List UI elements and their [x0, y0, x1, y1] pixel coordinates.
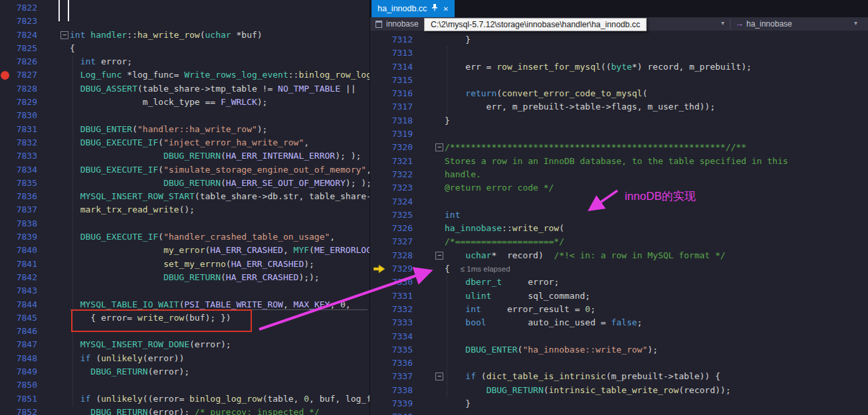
gutter-indicator-margin[interactable]	[0, 15, 12, 28]
code-text[interactable]: {	[70, 42, 75, 55]
code-line[interactable]: 7339 }	[370, 397, 868, 410]
scope-dropdown[interactable]: innobase	[386, 19, 419, 29]
code-line[interactable]: 7850	[0, 378, 370, 392]
gutter-indicator-margin[interactable]	[370, 60, 387, 74]
code-line[interactable]: 7833 DBUG_RETURN(HA_ERR_INTERNAL_ERROR);…	[0, 149, 370, 163]
code-text[interactable]: int handler::ha_write_row(uchar *buf)	[70, 29, 263, 42]
gutter-indicator-margin[interactable]	[0, 96, 12, 109]
gutter-indicator-margin[interactable]	[0, 352, 12, 365]
code-text[interactable]: DBUG_ENTER("handler::ha_write_row");	[70, 123, 267, 136]
code-text[interactable]: my_error(HA_ERR_CRASHED, MYF(ME_ERRORLOG…	[70, 244, 370, 257]
code-line[interactable]: 7325int	[370, 208, 868, 222]
code-line[interactable]: 7852 DBUG_RETURN(error); /* purecov: ins…	[0, 406, 370, 415]
code-text[interactable]: if (dict_table_is_intrinsic(m_prebuilt->…	[445, 370, 720, 383]
code-text[interactable]: Stores a row in an InnoDB database, to t…	[445, 155, 788, 168]
gutter-indicator-margin[interactable]	[0, 123, 12, 136]
code-line[interactable]: 7327/*===================*/	[370, 235, 868, 248]
gutter-indicator-margin[interactable]	[0, 163, 12, 177]
code-line[interactable]: 7316 return(convert_error_code_to_mysql(	[370, 87, 868, 100]
code-text[interactable]: m_lock_type == F_WRLCK);	[70, 96, 267, 109]
gutter-indicator-margin[interactable]	[370, 141, 387, 154]
gutter-indicator-margin[interactable]	[0, 203, 12, 216]
gutter-indicator-margin[interactable]	[370, 330, 387, 343]
code-line[interactable]: 7824−int handler::ha_write_row(uchar *bu…	[0, 29, 370, 42]
code-text[interactable]: }	[445, 397, 471, 410]
code-line[interactable]: 7337− if (dict_table_is_intrinsic(m_preb…	[370, 370, 868, 383]
code-text[interactable]: mark_trx_read_write();	[70, 203, 195, 216]
code-line[interactable]: 7319	[370, 127, 868, 141]
code-line[interactable]: 7839 DBUG_EXECUTE_IF("handler_crashed_ta…	[0, 230, 370, 244]
code-text[interactable]: MYSQL_INSERT_ROW_START(table_share->db.s…	[70, 190, 370, 203]
code-text[interactable]: DBUG_EXECUTE_IF("inject_error_ha_write_r…	[70, 136, 309, 149]
pin-icon[interactable]	[431, 4, 438, 13]
code-line[interactable]: 7840 my_error(HA_ERR_CRASHED, MYF(ME_ERR…	[0, 244, 370, 257]
code-line[interactable]: 7830	[0, 109, 370, 122]
code-line[interactable]: 7320−/**********************************…	[370, 141, 868, 154]
code-text[interactable]: bool auto_inc_used = false;	[445, 316, 642, 329]
close-icon[interactable]: ✕	[443, 5, 448, 13]
code-line[interactable]: 7834 DBUG_EXECUTE_IF("simulate_storage_e…	[0, 163, 370, 177]
code-line[interactable]: 7827 Log_func *log_func= Write_rows_log_…	[0, 68, 370, 82]
code-text[interactable]: /*===================*/	[445, 235, 564, 248]
gutter-indicator-margin[interactable]	[370, 357, 387, 370]
gutter-indicator-margin[interactable]	[0, 258, 12, 271]
right-code-area[interactable]: 7312 }73137314 err = row_insert_for_mysq…	[370, 31, 868, 415]
code-text[interactable]: set_my_errno(HA_ERR_CRASHED);	[70, 258, 314, 271]
code-text[interactable]: int	[445, 208, 460, 222]
code-line[interactable]: 7334	[370, 330, 868, 343]
gutter-indicator-margin[interactable]	[0, 29, 12, 42]
code-text[interactable]: /***************************************…	[445, 141, 746, 154]
code-text[interactable]: DBUG_RETURN(error);	[70, 365, 189, 378]
gutter-indicator-margin[interactable]	[370, 114, 387, 127]
code-line[interactable]: 7312 }	[370, 33, 868, 46]
fold-marker[interactable]: −	[435, 252, 443, 260]
gutter-indicator-margin[interactable]	[370, 290, 387, 303]
gutter-indicator-margin[interactable]	[370, 343, 387, 357]
gutter-indicator-margin[interactable]	[0, 1, 12, 15]
gutter-indicator-margin[interactable]	[370, 384, 387, 397]
code-line[interactable]: 7828 DBUG_ASSERT(table_share->tmp_table …	[0, 82, 370, 96]
code-text[interactable]: {≤ 1ms elapsed	[445, 262, 510, 276]
code-line[interactable]: 7328− uchar* record) /*!< in: a row in M…	[370, 249, 868, 262]
code-line[interactable]: 7318}	[370, 114, 868, 127]
gutter-indicator-margin[interactable]	[370, 208, 387, 222]
chevron-down-icon[interactable]: ▾	[854, 19, 857, 27]
member-dropdown[interactable]: ha_innobase	[746, 19, 792, 29]
gutter-indicator-margin[interactable]	[370, 87, 387, 100]
gutter-indicator-margin[interactable]	[0, 230, 12, 244]
gutter-indicator-margin[interactable]	[0, 55, 12, 68]
code-line[interactable]: 7324	[370, 195, 868, 208]
code-line[interactable]: 7851 if (unlikely((error= binlog_log_row…	[0, 392, 370, 406]
code-line[interactable]: 7340	[370, 410, 868, 415]
code-text[interactable]: DBUG_ASSERT(table_share->tmp_table != NO…	[70, 82, 356, 96]
code-text[interactable]: MYSQL_INSERT_ROW_DONE(error);	[70, 338, 231, 351]
gutter-indicator-margin[interactable]	[0, 136, 12, 149]
gutter-indicator-margin[interactable]	[0, 392, 12, 406]
code-text[interactable]: Log_func *log_func= Write_rows_log_event…	[70, 68, 370, 82]
gutter-indicator-margin[interactable]	[0, 68, 12, 82]
gutter-indicator-margin[interactable]	[370, 181, 387, 195]
code-text[interactable]: if (unlikely(error))	[70, 352, 184, 365]
code-line[interactable]: 7338 DBUG_RETURN(intrinsic_table_write_r…	[370, 384, 868, 397]
code-line[interactable]: 7832 DBUG_EXECUTE_IF("inject_error_ha_wr…	[0, 136, 370, 149]
code-text[interactable]: }	[445, 33, 471, 46]
gutter-indicator-margin[interactable]	[0, 284, 12, 297]
code-line[interactable]: 7822	[0, 1, 370, 15]
code-line[interactable]: 7836 MYSQL_INSERT_ROW_START(table_share-…	[0, 190, 370, 203]
code-line[interactable]: 7829 m_lock_type == F_WRLCK);	[0, 96, 370, 109]
code-line[interactable]: 7841 set_my_errno(HA_ERR_CRASHED);	[0, 258, 370, 271]
gutter-indicator-margin[interactable]	[370, 235, 387, 248]
gutter-indicator-margin[interactable]	[0, 378, 12, 392]
gutter-indicator-margin[interactable]	[0, 190, 12, 203]
code-text[interactable]: DBUG_RETURN(intrinsic_table_write_row(re…	[445, 384, 731, 397]
left-code-area[interactable]: 782278237824−int handler::ha_write_row(u…	[0, 0, 370, 415]
gutter-indicator-margin[interactable]	[0, 217, 12, 230]
gutter-indicator-margin[interactable]	[370, 222, 387, 235]
code-line[interactable]: 7333 bool auto_inc_used = false;	[370, 316, 868, 329]
code-line[interactable]: 7330 dberr_t error;	[370, 276, 868, 289]
code-line[interactable]: 7335 DBUG_ENTER("ha_innobase::write_row"…	[370, 343, 868, 357]
gutter-indicator-margin[interactable]	[0, 42, 12, 55]
gutter-indicator-margin[interactable]	[370, 397, 387, 410]
fold-marker[interactable]: −	[60, 31, 68, 39]
code-text[interactable]: int error_result = 0;	[445, 303, 596, 316]
